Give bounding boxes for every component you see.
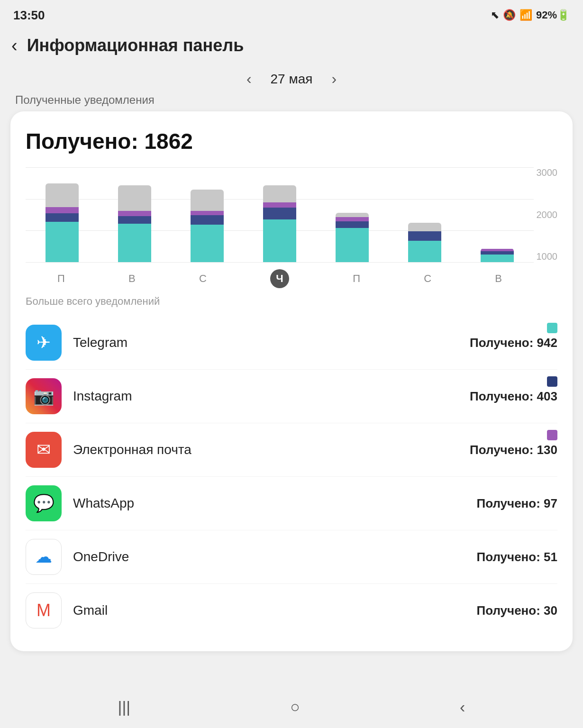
app-list-item[interactable]: MGmailПолучено: 30 bbox=[26, 584, 557, 637]
chart-bar-group bbox=[191, 190, 224, 262]
app-icon-gmail: M bbox=[26, 592, 62, 628]
bar-segment bbox=[118, 216, 151, 224]
bar-segment bbox=[46, 207, 79, 213]
app-name: WhatsApp bbox=[73, 496, 477, 511]
chart-x-label: С bbox=[199, 273, 207, 285]
bar-stack bbox=[263, 185, 296, 262]
chart-x-label: С bbox=[424, 273, 431, 285]
bar-stack bbox=[118, 185, 151, 262]
status-time: 13:50 bbox=[13, 8, 45, 23]
nav-home[interactable]: ○ bbox=[290, 698, 300, 716]
app-count: Получено: 30 bbox=[477, 603, 558, 618]
back-button[interactable]: ‹ bbox=[11, 36, 18, 56]
bar-segment bbox=[191, 211, 224, 215]
app-count: Получено: 97 bbox=[477, 496, 558, 511]
app-name: Instagram bbox=[73, 389, 470, 404]
app-list-item[interactable]: 📷InstagramПолучено: 403 bbox=[26, 370, 557, 423]
y-label-3000: 3000 bbox=[537, 167, 558, 178]
nav-back[interactable]: ‹ bbox=[460, 698, 465, 716]
bar-segment bbox=[408, 223, 441, 231]
chart-x-label: В bbox=[128, 273, 136, 285]
bar-segment bbox=[336, 221, 369, 228]
chart-x-label: П bbox=[57, 273, 65, 285]
bar-stack bbox=[336, 213, 369, 262]
bar-segment bbox=[408, 241, 441, 262]
bar-stack bbox=[46, 183, 79, 262]
bar-segment bbox=[118, 224, 151, 262]
signal-icon: 📶 bbox=[519, 9, 532, 21]
bar-segment bbox=[481, 251, 514, 255]
app-icon-whatsapp: 💬 bbox=[26, 485, 62, 521]
chart-bar-group bbox=[118, 185, 151, 262]
app-color-dot bbox=[547, 323, 557, 333]
status-icons: ⬉ 🔕 📶 92%🔋 bbox=[491, 9, 570, 21]
chart-x-label: Ч bbox=[270, 269, 289, 288]
bar-stack bbox=[481, 248, 514, 262]
app-name: OneDrive bbox=[73, 549, 477, 564]
prev-date-button[interactable]: ‹ bbox=[246, 70, 252, 88]
app-list-item[interactable]: 💬WhatsAppПолучено: 97 bbox=[26, 477, 557, 530]
bluetooth-icon: ⬉ bbox=[491, 9, 499, 21]
date-nav: ‹ 27 мая › bbox=[0, 63, 583, 91]
chart-bar-group bbox=[408, 223, 441, 262]
chart-container: 3000 2000 1000 ПВСЧПСВ bbox=[26, 167, 557, 291]
app-name: Gmail bbox=[73, 603, 477, 618]
next-date-button[interactable]: › bbox=[331, 70, 337, 88]
app-name: Электронная почта bbox=[73, 442, 470, 457]
app-icon-onedrive: ☁ bbox=[26, 539, 62, 575]
chart-x-label: П bbox=[353, 273, 360, 285]
battery-indicator: 92%🔋 bbox=[536, 9, 570, 21]
date-label: 27 мая bbox=[271, 72, 313, 87]
bar-stack bbox=[408, 223, 441, 262]
chart-bar-group bbox=[46, 183, 79, 262]
bar-segment bbox=[118, 211, 151, 216]
app-list-item[interactable]: ☁OneDriveПолучено: 51 bbox=[26, 530, 557, 584]
bar-segment bbox=[191, 225, 224, 262]
app-count: Получено: 403 bbox=[470, 389, 557, 404]
page-subtitle: Полученные уведомления bbox=[0, 91, 583, 111]
app-count: Получено: 942 bbox=[470, 336, 557, 350]
bar-segment bbox=[263, 219, 296, 262]
app-list: ✈TelegramПолучено: 942📷InstagramПолучено… bbox=[26, 316, 557, 637]
chart-x-labels: ПВСЧПСВ bbox=[26, 267, 534, 291]
chart-bar-group bbox=[336, 213, 369, 262]
y-label-2000: 2000 bbox=[537, 209, 558, 220]
bar-segment bbox=[336, 213, 369, 217]
received-total: Получено: 1862 bbox=[26, 128, 557, 154]
app-list-item[interactable]: ✈TelegramПолучено: 942 bbox=[26, 316, 557, 370]
top-bar: ‹ Информационная панель bbox=[0, 28, 583, 63]
app-count: Получено: 51 bbox=[477, 550, 558, 564]
silent-icon: 🔕 bbox=[503, 9, 516, 21]
chart-y-labels: 3000 2000 1000 bbox=[537, 167, 558, 262]
bar-segment bbox=[46, 183, 79, 207]
app-count: Получено: 130 bbox=[470, 443, 557, 457]
bottom-nav: ||| ○ ‹ bbox=[0, 685, 583, 728]
grid-line-base bbox=[26, 262, 534, 263]
nav-recents[interactable]: ||| bbox=[118, 698, 131, 716]
bar-segment bbox=[191, 190, 224, 211]
bar-segment bbox=[118, 185, 151, 211]
app-name: Telegram bbox=[73, 335, 470, 350]
chart-x-label: В bbox=[495, 273, 502, 285]
bar-segment bbox=[191, 215, 224, 225]
bar-segment bbox=[263, 208, 296, 219]
chart-bars bbox=[26, 167, 534, 262]
bar-segment bbox=[481, 255, 514, 262]
bar-stack bbox=[191, 190, 224, 262]
bar-segment bbox=[336, 217, 369, 221]
chart-bar-group bbox=[481, 248, 514, 262]
status-bar: 13:50 ⬉ 🔕 📶 92%🔋 bbox=[0, 0, 583, 28]
bar-segment bbox=[408, 231, 441, 241]
page-title: Информационная панель bbox=[27, 36, 244, 55]
bar-segment bbox=[336, 228, 369, 262]
bar-segment bbox=[46, 213, 79, 222]
bar-segment bbox=[263, 185, 296, 202]
app-icon-telegram: ✈ bbox=[26, 325, 62, 361]
chart-bar-group bbox=[263, 185, 296, 262]
main-card: Получено: 1862 3000 2000 1000 ПВСЧПСВ Бо… bbox=[10, 111, 573, 651]
app-list-item[interactable]: ✉Электронная почтаПолучено: 130 bbox=[26, 423, 557, 477]
app-icon-instagram: 📷 bbox=[26, 378, 62, 414]
bar-segment bbox=[263, 202, 296, 208]
section-label: Больше всего уведомлений bbox=[26, 295, 557, 308]
app-color-dot bbox=[547, 430, 557, 440]
